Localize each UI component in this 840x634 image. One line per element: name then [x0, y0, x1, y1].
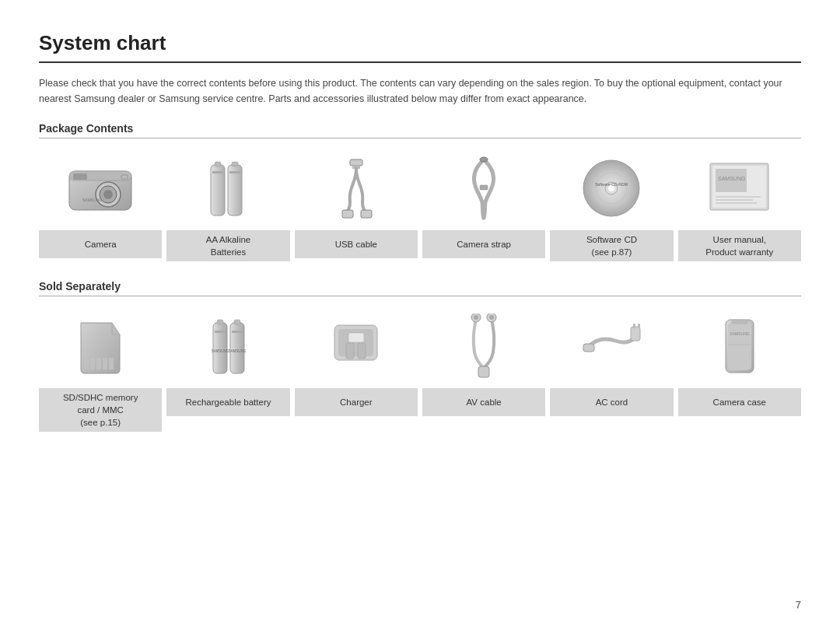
svg-rect-60 — [728, 322, 751, 370]
svg-rect-58 — [583, 344, 594, 352]
svg-rect-33 — [90, 358, 95, 370]
av-cable-image — [422, 307, 545, 385]
sold-separately-title: Sold Separately — [39, 280, 801, 296]
rechargeable-battery-image: SAMSUNG SAMSUNG — [166, 307, 289, 385]
svg-point-4 — [103, 190, 113, 199]
usb-cable-image — [295, 149, 418, 227]
svg-rect-57 — [638, 324, 640, 328]
svg-rect-39 — [215, 331, 226, 333]
sdcard-label: SD/SDHC memory card / MMC (see p.15) — [39, 388, 162, 432]
intro-text: Please check that you have the correct c… — [39, 75, 801, 107]
svg-text:SAMSUNG: SAMSUNG — [82, 198, 102, 202]
svg-rect-19 — [480, 185, 488, 190]
svg-rect-55 — [631, 327, 640, 341]
svg-rect-38 — [217, 320, 223, 324]
svg-rect-10 — [212, 171, 223, 173]
ac-cord-label: AC cord — [550, 388, 673, 416]
av-cable-label: AV cable — [422, 388, 545, 416]
batteries-label: AA Alkaline Batteries — [166, 230, 289, 261]
svg-text:Software CD-ROM: Software CD-ROM — [596, 182, 628, 187]
svg-text:SAMSUNG: SAMSUNG — [212, 349, 229, 353]
camera-case-image: SAMSUNG — [678, 307, 801, 385]
svg-rect-56 — [633, 324, 635, 328]
batteries-image — [166, 149, 289, 227]
item-batteries: AA Alkaline Batteries — [166, 149, 289, 261]
item-rechargeable-battery: SAMSUNG SAMSUNG Rechargeable battery — [166, 307, 289, 432]
svg-rect-13 — [229, 171, 240, 173]
camera-case-label: Camera case — [678, 388, 801, 416]
svg-rect-47 — [346, 343, 354, 359]
item-usb-cable: USB cable — [295, 149, 418, 261]
item-user-manual: SAMSUNG User manual, Product warranty — [678, 149, 801, 261]
usb-cable-label: USB cable — [295, 230, 418, 258]
svg-rect-41 — [230, 323, 244, 373]
svg-rect-14 — [350, 159, 362, 166]
svg-rect-54 — [478, 366, 489, 377]
svg-text:SAMSUNG: SAMSUNG — [730, 331, 749, 336]
item-camera-strap: Camera strap — [422, 149, 545, 261]
page-title: System chart — [39, 31, 801, 63]
svg-rect-35 — [103, 358, 107, 370]
svg-rect-37 — [213, 323, 227, 373]
camera-label: Camera — [39, 230, 162, 258]
svg-text:SAMSUNG: SAMSUNG — [229, 349, 247, 353]
svg-rect-5 — [73, 173, 87, 180]
package-contents-title: Package Contents — [39, 122, 801, 138]
package-contents-row: SAMSUNG Camera — [39, 149, 801, 261]
svg-rect-17 — [361, 210, 372, 218]
svg-point-18 — [480, 157, 488, 162]
item-av-cable: AV cable — [422, 307, 545, 432]
package-contents-section: Package Contents — [39, 122, 801, 261]
charger-label: Charger — [295, 388, 418, 416]
svg-rect-34 — [96, 358, 101, 370]
svg-rect-32 — [84, 358, 89, 370]
rechargeable-battery-label: Rechargeable battery — [166, 388, 289, 416]
item-charger: Charger — [295, 307, 418, 432]
item-ac-cord: AC cord — [550, 307, 673, 432]
sold-separately-section: Sold Separately — [39, 280, 801, 432]
charger-image — [295, 307, 418, 385]
item-camera: SAMSUNG Camera — [39, 149, 162, 261]
svg-rect-42 — [234, 320, 240, 324]
svg-rect-36 — [109, 358, 114, 370]
svg-rect-16 — [342, 210, 353, 218]
sdcard-image — [39, 307, 162, 385]
user-manual-image: SAMSUNG — [678, 149, 801, 227]
item-sdcard: SD/SDHC memory card / MMC (see p.15) — [39, 307, 162, 432]
svg-point-53 — [489, 315, 494, 320]
svg-rect-43 — [232, 331, 243, 333]
svg-point-51 — [474, 315, 478, 320]
camera-image: SAMSUNG — [39, 149, 162, 227]
item-software-cd: Software CD-ROM Software CD (see p.87) — [550, 149, 673, 261]
page-number: 7 — [796, 599, 801, 611]
camera-strap-image — [422, 149, 545, 227]
svg-rect-61 — [732, 320, 747, 324]
svg-rect-9 — [215, 162, 221, 166]
ac-cord-image — [550, 307, 673, 385]
svg-rect-6 — [121, 175, 128, 179]
user-manual-label: User manual, Product warranty — [678, 230, 801, 261]
software-cd-image: Software CD-ROM — [550, 149, 673, 227]
software-cd-label: Software CD (see p.87) — [550, 230, 673, 261]
sold-separately-row: SD/SDHC memory card / MMC (see p.15) — [39, 307, 801, 432]
item-camera-case: SAMSUNG Camera case — [678, 307, 801, 432]
svg-text:SAMSUNG: SAMSUNG — [718, 176, 745, 181]
svg-rect-49 — [348, 333, 364, 342]
svg-rect-48 — [358, 343, 366, 359]
svg-rect-12 — [232, 162, 238, 166]
camera-strap-label: Camera strap — [422, 230, 545, 258]
